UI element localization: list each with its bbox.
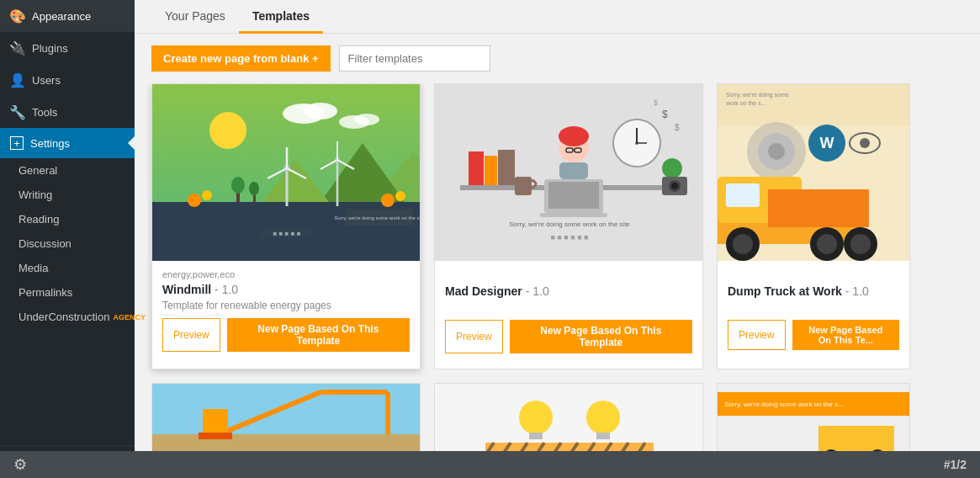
sidebar-item-tools[interactable]: 🔧 Tools [0, 96, 135, 128]
template-desc-dump [728, 301, 899, 313]
svg-rect-89 [199, 433, 232, 439]
svg-rect-88 [203, 409, 228, 434]
tab-templates[interactable]: Templates [239, 1, 323, 34]
sidebar-sub-underconstruction[interactable]: UnderConstruction AGENCY [0, 305, 135, 329]
sidebar-item-settings[interactable]: + Settings [0, 128, 135, 158]
template-version-mad: - 1.0 [526, 284, 549, 298]
sidebar-sub-label: Discussion [19, 237, 72, 250]
template-card-dump-truck: Sorry, we're doing some work on the s...… [717, 83, 910, 369]
template-desc-mad [445, 301, 692, 313]
preview-button-windmill[interactable]: Preview [162, 318, 220, 352]
svg-rect-94 [596, 433, 610, 439]
main-content: Your Pages Templates Create new page fro… [135, 0, 980, 478]
svg-point-6 [354, 114, 379, 125]
template-info-mad: Mad Designer - 1.0 Preview New Page Base… [435, 261, 702, 369]
sidebar-item-plugins[interactable]: 🔌 Plugins [0, 32, 135, 64]
svg-point-93 [586, 401, 620, 434]
svg-text:$: $ [654, 98, 658, 107]
gear-icon[interactable]: ⚙ [13, 455, 27, 474]
svg-point-68 [768, 143, 785, 160]
new-page-button-mad[interactable]: New Page Based On This Template [510, 320, 692, 353]
sidebar-sub-label: Writing [19, 189, 52, 201]
template-name: Windmill - 1.0 [162, 283, 410, 296]
svg-rect-36 [498, 150, 515, 185]
svg-point-58 [671, 183, 678, 189]
svg-rect-53 [515, 177, 532, 195]
svg-rect-49 [559, 162, 588, 179]
svg-rect-51 [548, 182, 599, 209]
page-indicator: #1/2 [944, 458, 967, 471]
agency-badge: AGENCY [113, 313, 146, 321]
sidebar-item-label: Plugins [32, 42, 68, 55]
sidebar-sub-label: Reading [19, 213, 59, 226]
sidebar-item-label: Appearance [32, 10, 91, 23]
template-thumb-dump: Sorry, we're doing some work on the s...… [718, 84, 909, 261]
template-version: - 1.0 [215, 283, 238, 296]
sidebar-sub-writing[interactable]: Writing [0, 183, 135, 207]
sidebar-item-label: Users [32, 74, 61, 87]
svg-point-27 [249, 182, 259, 195]
filter-input[interactable] [339, 45, 490, 72]
tools-icon: 🔧 [10, 104, 25, 120]
svg-point-91 [519, 401, 553, 434]
svg-rect-76 [768, 189, 869, 227]
sidebar-sub-reading[interactable]: Reading [0, 207, 135, 231]
sidebar-sub-label: Permalinks [19, 286, 72, 299]
sidebar-sub-general[interactable]: General [0, 158, 135, 183]
svg-text:$: $ [662, 109, 668, 120]
svg-rect-52 [540, 213, 607, 217]
sidebar-item-label: Settings [30, 137, 70, 150]
template-actions: Preview New Page Based On This Template [162, 318, 410, 358]
svg-rect-34 [469, 151, 484, 185]
svg-rect-92 [529, 433, 543, 439]
preview-button-dump[interactable]: Preview [728, 320, 786, 350]
templates-row-1: Sorry, we're doing some work on the site… [151, 83, 963, 369]
svg-text:Sorry, we're doing some  work : Sorry, we're doing some work on the s... [724, 401, 844, 408]
new-page-button-dump[interactable]: New Page Based On This Te... [792, 320, 899, 350]
template-desc: Template for renewable energy pages [162, 300, 410, 311]
sidebar-item-users[interactable]: 👤 Users [0, 64, 135, 96]
sidebar-sub-permalinks[interactable]: Permalinks [0, 280, 135, 305]
svg-text:■ ■ ■ ■ ■ ■: ■ ■ ■ ■ ■ ■ [550, 233, 588, 242]
svg-point-78 [733, 234, 753, 254]
svg-text:Sorry, we're doing some work o: Sorry, we're doing some work on the site [334, 215, 420, 220]
template-card-construction [434, 383, 703, 459]
svg-point-4 [304, 103, 337, 120]
tab-your-pages[interactable]: Your Pages [151, 1, 239, 34]
svg-text:work on the s...: work on the s... [725, 100, 766, 106]
settings-icon: + [10, 136, 24, 150]
svg-point-22 [381, 194, 395, 207]
template-thumb-crane [152, 384, 420, 459]
svg-point-72 [860, 138, 870, 148]
new-page-button-windmill[interactable]: New Page Based On This Template [227, 318, 410, 352]
template-version-dump: - 1.0 [845, 284, 869, 298]
svg-point-82 [850, 234, 871, 254]
tab-bar: Your Pages Templates [135, 0, 980, 34]
sidebar-sub-media[interactable]: Media [0, 256, 135, 280]
template-tags-dump [728, 269, 899, 281]
sidebar: 🎨 Appearance 🔌 Plugins 👤 Users 🔧 Tools +… [0, 0, 135, 478]
preview-button-mad[interactable]: Preview [445, 320, 503, 353]
svg-point-2 [209, 112, 246, 149]
svg-text:W: W [820, 135, 834, 151]
sidebar-item-appearance[interactable]: 🎨 Appearance [0, 0, 135, 32]
create-blank-button[interactable]: Create new page from blank + [151, 45, 331, 72]
template-card-mad-designer: $ $ $ [434, 83, 703, 369]
templates-row-2: Sorry, we're doing some work on the s... [151, 383, 963, 459]
appearance-icon: 🎨 [10, 8, 25, 24]
template-actions-dump: Preview New Page Based On This Te... [728, 320, 899, 357]
svg-point-25 [231, 177, 245, 194]
status-bar: ⚙ #1/2 [0, 451, 980, 478]
sidebar-sub-discussion[interactable]: Discussion [0, 231, 135, 256]
template-card-orange: Sorry, we're doing some work on the s... [717, 383, 910, 459]
template-thumb-mad: $ $ $ [435, 84, 702, 261]
svg-point-23 [395, 191, 405, 201]
sidebar-sub-label: General [19, 164, 57, 177]
svg-point-55 [662, 158, 682, 178]
svg-text:Sorry, we're doing some work o: Sorry, we're doing some work on the site [509, 220, 630, 228]
svg-point-80 [817, 234, 837, 254]
template-thumb-windmill: Sorry, we're doing some work on the site… [152, 84, 420, 261]
svg-point-21 [202, 190, 212, 200]
templates-grid: Sorry, we're doing some work on the site… [135, 83, 980, 478]
template-thumb-construction [435, 384, 702, 459]
